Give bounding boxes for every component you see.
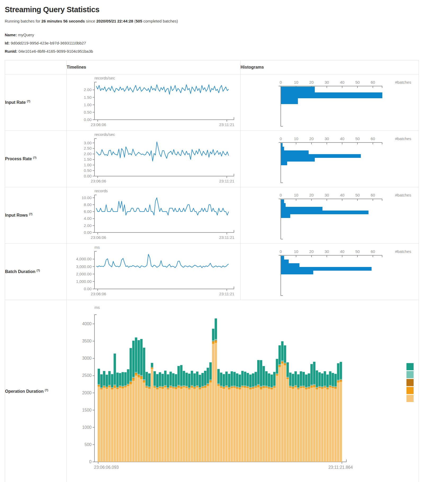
svg-text:50: 50 xyxy=(355,136,360,141)
svg-text:23:06:06: 23:06:06 xyxy=(91,122,106,127)
svg-text:1000: 1000 xyxy=(82,425,92,430)
svg-text:23:11:21: 23:11:21 xyxy=(219,292,234,296)
query-id-row: Id: 9d0dd219-995d-423e-b97d-36931110bb27 xyxy=(5,39,448,47)
svg-text:#batches: #batches xyxy=(395,80,411,84)
svg-text:2500: 2500 xyxy=(82,373,92,378)
svg-text:10: 10 xyxy=(294,80,298,84)
svg-text:6.00: 6.00 xyxy=(84,209,92,214)
operation-duration-chart-cell: 0500100015002000250030003500400023:06:06… xyxy=(67,300,419,482)
operation-duration-legend xyxy=(406,363,414,403)
process-rate-label-cell: Process Rate (?) xyxy=(5,131,67,187)
svg-text:10.00: 10.00 xyxy=(82,195,92,200)
input-rate-histogram-cell: 0102030405060#batches xyxy=(241,74,419,131)
page: Streaming Query Statistics Running batch… xyxy=(0,0,448,482)
svg-text:records/sec: records/sec xyxy=(94,132,115,137)
running-duration: 26 minutes 56 seconds xyxy=(41,19,85,23)
id-value: 9d0dd219-995d-423e-b97d-36931110bb27 xyxy=(10,41,86,45)
input-rows-histogram-chart: 0102030405060#batches xyxy=(241,188,419,242)
svg-text:10: 10 xyxy=(294,193,298,197)
input-rows-histogram-cell: 0102030405060#batches xyxy=(241,187,419,244)
svg-text:50: 50 xyxy=(355,80,360,84)
svg-text:0: 0 xyxy=(280,249,282,254)
batch-duration-timeline-cell: 0.001,000.002,000.003,000.004,000.0023:0… xyxy=(67,244,241,300)
svg-text:4.00: 4.00 xyxy=(84,216,92,221)
svg-text:2000: 2000 xyxy=(82,391,92,395)
batch-duration-timeline-chart: 0.001,000.002,000.003,000.004,000.0023:0… xyxy=(67,244,240,299)
svg-text:500: 500 xyxy=(84,442,92,447)
svg-text:60: 60 xyxy=(371,80,375,84)
id-label: Id: xyxy=(5,41,10,45)
operation-duration-stacked-chart: 0500100015002000250030003500400023:06:06… xyxy=(67,305,419,478)
svg-text:records: records xyxy=(94,189,108,193)
operation-duration-label-cell: Operation Duration (?) xyxy=(5,300,67,482)
svg-text:3.00: 3.00 xyxy=(84,141,92,145)
svg-text:3,000.00: 3,000.00 xyxy=(76,264,92,269)
help-icon[interactable]: (?) xyxy=(33,156,37,159)
svg-text:0.00: 0.00 xyxy=(84,117,92,122)
svg-text:1.00: 1.00 xyxy=(84,102,92,107)
row-label: Process Rate xyxy=(5,157,32,161)
svg-text:23:11:21: 23:11:21 xyxy=(219,122,234,127)
svg-text:records/sec: records/sec xyxy=(94,76,115,80)
summary-text: since xyxy=(85,19,96,23)
svg-text:1.50: 1.50 xyxy=(84,157,92,162)
help-icon[interactable]: (?) xyxy=(29,213,33,216)
svg-text:1,000.00: 1,000.00 xyxy=(76,279,92,284)
runid-label: RunId: xyxy=(5,49,17,53)
svg-text:0.50: 0.50 xyxy=(84,110,92,114)
svg-text:20: 20 xyxy=(309,193,314,197)
corner-cell xyxy=(5,60,67,74)
batch-duration-row: Batch Duration (?) 0.001,000.002,000.003… xyxy=(5,244,419,300)
svg-text:50: 50 xyxy=(355,193,360,197)
start-timestamp: 2020/05/21 22:44:28 xyxy=(96,19,133,23)
svg-text:2.00: 2.00 xyxy=(84,87,92,92)
svg-text:23:11:21: 23:11:21 xyxy=(219,179,234,183)
input-rows-timeline-chart: 0.002.004.006.008.0010.0023:06:0623:11:2… xyxy=(67,188,240,243)
batch-duration-histogram-cell: 0102030405060#batches xyxy=(241,244,419,300)
svg-text:0.00: 0.00 xyxy=(84,287,92,291)
svg-text:60: 60 xyxy=(371,193,375,197)
svg-text:3500: 3500 xyxy=(82,339,92,343)
summary-text: completed batches) xyxy=(142,19,178,23)
process-rate-histogram-cell: 0102030405060#batches xyxy=(241,131,419,187)
svg-text:ms: ms xyxy=(94,245,100,249)
help-icon[interactable]: (?) xyxy=(45,389,48,392)
name-value: myQuery xyxy=(17,33,34,37)
summary-text: Running batches for xyxy=(5,19,41,23)
svg-text:10: 10 xyxy=(294,136,298,141)
input-rate-timeline-cell: 0.000.501.001.502.0023:06:0623:11:21reco… xyxy=(67,74,241,131)
svg-text:0: 0 xyxy=(89,459,92,464)
svg-text:23:06:06: 23:06:06 xyxy=(91,235,106,240)
completed-batches-count: 505 xyxy=(136,19,142,23)
help-icon[interactable]: (?) xyxy=(27,100,30,103)
svg-text:0: 0 xyxy=(280,136,282,141)
legend-swatch xyxy=(406,363,414,370)
process-rate-timeline-cell: 0.000.501.001.502.002.503.0023:06:0623:1… xyxy=(67,131,241,187)
svg-text:0: 0 xyxy=(280,193,282,197)
svg-text:20: 20 xyxy=(309,249,314,254)
legend-swatch xyxy=(406,371,414,378)
svg-text:2.00: 2.00 xyxy=(84,151,92,156)
svg-text:4,000.00: 4,000.00 xyxy=(76,257,92,261)
svg-text:23:06:06: 23:06:06 xyxy=(91,292,106,296)
svg-text:4000: 4000 xyxy=(82,322,92,326)
svg-text:1.50: 1.50 xyxy=(84,95,92,100)
svg-text:40: 40 xyxy=(340,193,345,197)
svg-text:23:06:06: 23:06:06 xyxy=(91,179,106,183)
page-title: Streaming Query Statistics xyxy=(5,5,448,14)
summary-text: ( xyxy=(133,19,135,23)
svg-text:10: 10 xyxy=(294,249,298,254)
process-rate-row: Process Rate (?) 0.000.501.001.502.002.5… xyxy=(5,131,419,187)
svg-text:20: 20 xyxy=(309,136,314,141)
timelines-header: Timelines xyxy=(67,60,241,74)
svg-text:23:11:21.864: 23:11:21.864 xyxy=(328,465,353,470)
svg-text:60: 60 xyxy=(371,249,375,254)
svg-text:0.00: 0.00 xyxy=(84,230,92,235)
svg-text:60: 60 xyxy=(371,136,375,141)
svg-text:30: 30 xyxy=(325,80,329,84)
runid-value: 04e101e6-8bf8-4165-9099-9104c951ba3b xyxy=(17,49,93,53)
svg-text:#batches: #batches xyxy=(395,136,411,141)
help-icon[interactable]: (?) xyxy=(37,269,40,272)
query-name-row: Name: myQuery xyxy=(5,31,448,38)
svg-text:0.00: 0.00 xyxy=(84,174,92,178)
